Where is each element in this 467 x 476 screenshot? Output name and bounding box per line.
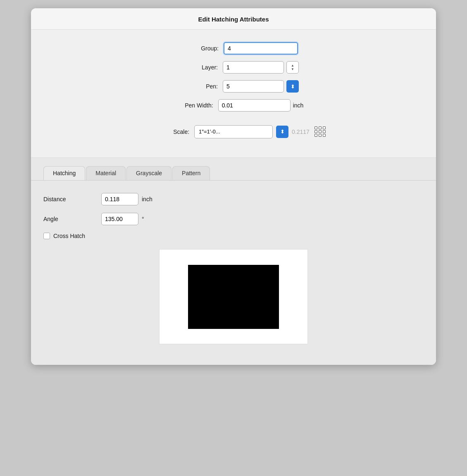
form-area: Group: Layer: ▲ ▼ Pen: ⬍: [31, 30, 436, 157]
scale-group: ⬍ 0.2117: [194, 125, 327, 138]
pen-width-group: inch: [218, 99, 304, 112]
group-input[interactable]: [224, 42, 298, 55]
pen-width-input[interactable]: [218, 99, 291, 112]
title-bar: Edit Hatching Attributes: [31, 8, 436, 30]
main-window: Edit Hatching Attributes Group: Layer: ▲…: [31, 8, 436, 365]
angle-unit: °: [142, 216, 144, 222]
preview-container: [159, 249, 308, 344]
grid-row-mid: [315, 130, 326, 133]
tab-hatching[interactable]: Hatching: [43, 166, 85, 180]
scale-select-btn[interactable]: ⬍: [276, 126, 288, 138]
layer-stepper[interactable]: ▲ ▼: [286, 61, 299, 74]
tab-grayscale[interactable]: Grayscale: [126, 166, 172, 180]
grid-dot: [323, 126, 326, 129]
distance-unit: inch: [142, 196, 152, 202]
scale-numeric: 0.2117: [292, 129, 310, 135]
hatching-tab-content: Distance inch Angle ° Cross Hatch: [31, 180, 436, 365]
scale-grid-icon[interactable]: [313, 125, 327, 138]
tabs-bar: Hatching Material Grayscale Pattern: [31, 166, 436, 180]
layer-row: Layer: ▲ ▼: [48, 61, 419, 74]
cross-hatch-row: Cross Hatch: [43, 233, 424, 239]
grid-dot: [319, 130, 322, 133]
tab-material[interactable]: Material: [86, 166, 126, 180]
cross-hatch-checkbox[interactable]: [43, 233, 50, 239]
pen-width-row: Pen Width: inch: [48, 99, 419, 112]
stepper-down-icon: ▼: [291, 68, 294, 71]
pen-input[interactable]: [223, 80, 284, 93]
grid-dot: [319, 134, 322, 137]
layer-group: ▲ ▼: [223, 61, 299, 74]
pen-width-label: Pen Width:: [164, 102, 213, 109]
tab-pattern[interactable]: Pattern: [172, 166, 210, 180]
window-title: Edit Hatching Attributes: [39, 16, 428, 23]
scale-row: Scale: ⬍ 0.2117: [48, 125, 419, 138]
pen-label: Pen:: [168, 83, 218, 90]
preview-area: [43, 249, 424, 352]
grid-dot: [323, 134, 326, 137]
angle-label: Angle: [43, 216, 101, 222]
grid-dot: [319, 126, 322, 129]
stepper-up-icon: ▲: [291, 64, 294, 67]
pen-width-unit: inch: [293, 102, 304, 109]
distance-input[interactable]: [101, 193, 138, 205]
angle-row: Angle °: [43, 213, 424, 225]
grid-dot: [315, 126, 317, 129]
preview-black-box: [188, 265, 279, 329]
grid-row-top: [315, 126, 326, 129]
scale-label: Scale:: [140, 129, 189, 135]
grid-row-bot: [315, 134, 326, 137]
tabs-section: Hatching Material Grayscale Pattern Dist…: [31, 157, 436, 365]
pen-group: ⬍: [223, 80, 299, 93]
group-row: Group:: [48, 42, 419, 55]
scale-input[interactable]: [194, 125, 273, 138]
distance-label: Distance: [43, 196, 101, 202]
grid-dot: [315, 130, 317, 133]
distance-row: Distance inch: [43, 193, 424, 205]
chevron-updown-scale-icon: ⬍: [280, 129, 285, 135]
cross-hatch-label: Cross Hatch: [53, 233, 85, 239]
grid-dot: [315, 134, 317, 137]
layer-label: Layer:: [168, 64, 218, 71]
grid-dot: [323, 130, 326, 133]
group-label: Group:: [169, 45, 219, 52]
pen-select-btn[interactable]: ⬍: [286, 80, 299, 93]
chevron-updown-icon: ⬍: [291, 83, 295, 90]
layer-input[interactable]: [223, 61, 284, 74]
angle-input[interactable]: [101, 213, 138, 225]
pen-row: Pen: ⬍: [48, 80, 419, 93]
